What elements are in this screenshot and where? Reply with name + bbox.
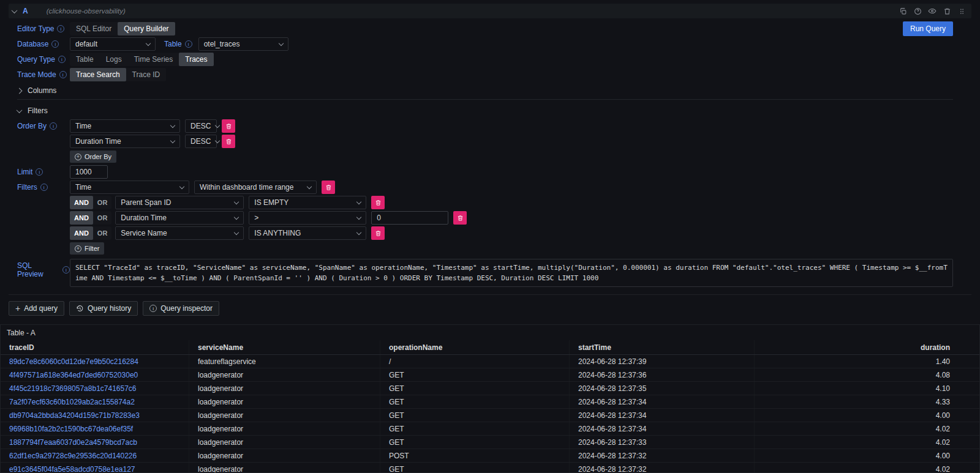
query-type-table-option[interactable]: Table bbox=[70, 53, 100, 66]
column-header-traceid[interactable]: traceID bbox=[1, 340, 189, 354]
and-option[interactable]: AND bbox=[70, 226, 93, 240]
or-option[interactable]: OR bbox=[93, 211, 112, 225]
duration-cell: 4.00 bbox=[755, 409, 979, 422]
query-help-icon[interactable] bbox=[911, 5, 924, 17]
table-row: db9704a2bbda34204d159c71b78283e3 loadgen… bbox=[1, 409, 979, 422]
table-select[interactable]: otel_traces bbox=[198, 37, 288, 51]
trace-id-link[interactable]: 89dc7e8c6060c0d12de7e9b50c216284 bbox=[1, 355, 189, 368]
order-by-field-select[interactable]: Duration Time bbox=[70, 135, 180, 148]
add-query-button[interactable]: Add query bbox=[9, 301, 64, 316]
add-filter-button[interactable]: Filter bbox=[70, 242, 104, 255]
trace-id-option[interactable]: Trace ID bbox=[126, 68, 167, 81]
drag-handle-icon[interactable] bbox=[956, 5, 968, 17]
info-icon[interactable] bbox=[50, 122, 57, 130]
chevron-down-icon bbox=[146, 40, 151, 45]
filter-operator-select[interactable]: Within dashboard time range bbox=[194, 181, 317, 194]
query-actions-bar: Add query Query history Query inspector bbox=[9, 294, 971, 322]
table-row: 89dc7e8c6060c0d12de7e9b50c216284 feature… bbox=[1, 355, 979, 368]
or-option[interactable]: OR bbox=[93, 196, 112, 209]
remove-order-by-button[interactable] bbox=[222, 135, 235, 148]
filter-field-select[interactable]: Service Name bbox=[115, 226, 244, 240]
query-history-button[interactable]: Query history bbox=[69, 301, 138, 316]
service-name-cell: loadgenerator bbox=[189, 395, 380, 408]
or-option[interactable]: OR bbox=[93, 226, 112, 240]
add-order-by-button[interactable]: Order By bbox=[70, 151, 116, 163]
start-time-cell: 2024-06-28 12:37:36 bbox=[570, 368, 755, 381]
operation-name-cell: GET bbox=[380, 368, 570, 381]
query-type-label: Query Type bbox=[17, 55, 70, 64]
filter-field-select[interactable]: Time bbox=[70, 181, 189, 194]
info-icon[interactable] bbox=[59, 71, 67, 78]
limit-input[interactable] bbox=[70, 165, 108, 179]
hide-response-eye-icon[interactable] bbox=[926, 5, 938, 17]
operation-name-cell: GET bbox=[380, 409, 570, 422]
operation-name-cell: GET bbox=[380, 422, 570, 435]
columns-section-toggle[interactable]: Columns bbox=[17, 83, 953, 98]
query-editor-body: Editor Type SQL Editor Query Builder Run… bbox=[9, 22, 971, 287]
order-by-field-select[interactable]: Time bbox=[70, 119, 180, 133]
info-icon[interactable] bbox=[40, 184, 48, 191]
trace-id-link[interactable]: 7a2f07ecf63c60b1029ab2ac155874a2 bbox=[1, 395, 189, 408]
plus-icon bbox=[15, 304, 20, 313]
query-type-timeseries-option[interactable]: Time Series bbox=[128, 53, 179, 66]
plus-circle-icon bbox=[75, 245, 81, 252]
column-header-starttime[interactable]: startTime bbox=[570, 340, 755, 354]
filter-operator-select[interactable]: > bbox=[249, 211, 366, 225]
database-select[interactable]: default bbox=[70, 37, 156, 51]
trace-id-link[interactable]: 1887794f7eaa6037d0e2a4579bcd7acb bbox=[1, 436, 189, 449]
column-header-servicename[interactable]: serviceName bbox=[189, 340, 380, 354]
sql-editor-option[interactable]: SQL Editor bbox=[70, 22, 118, 35]
duration-cell: 4.08 bbox=[755, 368, 979, 381]
filter-field-select[interactable]: Parent Span ID bbox=[115, 196, 244, 209]
chevron-down-icon bbox=[356, 199, 361, 204]
query-type-logs-option[interactable]: Logs bbox=[100, 53, 128, 66]
info-icon[interactable] bbox=[185, 40, 192, 48]
trace-id-link[interactable]: 4f497571a618e364ed7ded60752030e0 bbox=[1, 368, 189, 381]
start-time-cell: 2024-06-28 12:37:35 bbox=[570, 382, 755, 395]
remove-query-trash-icon[interactable] bbox=[941, 5, 953, 17]
query-inspector-button[interactable]: Query inspector bbox=[143, 301, 219, 316]
remove-filter-button[interactable] bbox=[453, 211, 467, 225]
collapse-query-chevron-icon[interactable] bbox=[12, 7, 18, 13]
trace-search-option[interactable]: Trace Search bbox=[70, 68, 126, 81]
remove-filter-button[interactable] bbox=[371, 226, 385, 240]
info-icon[interactable] bbox=[57, 25, 64, 32]
trace-id-link[interactable]: 4f45c21918c73698057a8b1c741657c6 bbox=[1, 382, 189, 395]
query-builder-option[interactable]: Query Builder bbox=[118, 22, 175, 35]
column-header-operationname[interactable]: operationName bbox=[380, 340, 570, 354]
filters-label: Filters bbox=[17, 183, 70, 192]
and-option[interactable]: AND bbox=[70, 211, 93, 225]
trace-id-link[interactable]: 62df1ec9a29728c9e29536c20d140226 bbox=[1, 449, 189, 462]
query-type-traces-option[interactable]: Traces bbox=[179, 53, 213, 66]
remove-filter-button[interactable] bbox=[322, 181, 335, 194]
and-option[interactable]: AND bbox=[70, 196, 93, 209]
order-by-direction-select[interactable]: DESC bbox=[185, 119, 217, 133]
chevron-down-icon bbox=[234, 229, 239, 234]
info-icon[interactable] bbox=[62, 266, 70, 274]
query-ref-id[interactable]: A bbox=[23, 7, 28, 15]
trace-id-link[interactable]: db9704a2bbda34204d159c71b78283e3 bbox=[1, 409, 189, 422]
info-icon[interactable] bbox=[58, 56, 66, 63]
order-by-label: Order By bbox=[17, 122, 70, 130]
info-icon[interactable] bbox=[51, 40, 59, 48]
order-by-direction-select[interactable]: DESC bbox=[185, 135, 217, 148]
info-icon bbox=[149, 305, 157, 312]
duration-cell: 4.10 bbox=[755, 382, 979, 395]
filter-field-select[interactable]: Duration Time bbox=[115, 211, 244, 225]
filters-section-toggle[interactable]: Filters bbox=[17, 103, 953, 118]
filter-operator-select[interactable]: IS EMPTY bbox=[249, 196, 366, 209]
trace-id-link[interactable]: e91c3645f04fa5e58adcd0758e1ea127 bbox=[1, 463, 189, 473]
divider bbox=[17, 99, 953, 100]
remove-order-by-button[interactable] bbox=[222, 119, 235, 133]
filter-value-input[interactable] bbox=[371, 211, 448, 225]
column-header-duration[interactable]: duration bbox=[755, 340, 979, 354]
duplicate-query-icon[interactable] bbox=[897, 5, 909, 17]
filter-operator-select[interactable]: IS ANYTHING bbox=[249, 226, 366, 240]
trace-id-link[interactable]: 96968b10fa2b2c1590bc67dea06ef35f bbox=[1, 422, 189, 435]
query-row-header: A (clickhouse-observability) bbox=[9, 4, 971, 18]
run-query-button[interactable]: Run Query bbox=[903, 21, 953, 36]
info-icon[interactable] bbox=[36, 168, 43, 176]
chevron-down-icon bbox=[17, 107, 23, 113]
operation-name-cell: GET bbox=[380, 382, 570, 395]
remove-filter-button[interactable] bbox=[371, 196, 385, 209]
